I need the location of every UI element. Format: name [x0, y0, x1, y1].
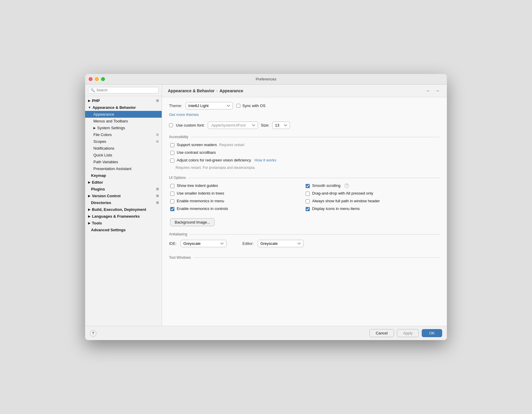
- mnemonics-menu-label[interactable]: Enable mnemonics in menu: [177, 199, 224, 203]
- smooth-scrolling-checkbox[interactable]: [306, 184, 310, 188]
- chevron-down-icon: ▼: [88, 106, 91, 109]
- display-icons-checkbox[interactable]: [306, 207, 310, 211]
- sidebar-item-build-exec-deploy[interactable]: ▶ Build, Execution, Deployment: [85, 206, 162, 213]
- editor-aa-select[interactable]: Greyscale: [258, 240, 304, 247]
- color-deficiency-checkbox[interactable]: [170, 159, 174, 163]
- smaller-indents-checkbox[interactable]: [170, 192, 174, 196]
- tool-windows-title: Tool Windows: [169, 255, 440, 260]
- sidebar-item-appearance[interactable]: Appearance: [85, 111, 162, 118]
- custom-font-label[interactable]: Use custom font:: [176, 123, 205, 127]
- drag-drop-alt-checkbox[interactable]: [306, 192, 310, 196]
- forward-button[interactable]: →: [434, 88, 441, 94]
- breadcrumb: Appearance & Behavior › Appearance: [168, 88, 425, 93]
- background-image-button[interactable]: Background Image...: [170, 218, 215, 226]
- apply-button[interactable]: Apply: [397, 329, 419, 337]
- sidebar-item-tools[interactable]: ▶ Tools: [85, 220, 162, 227]
- ide-aa-select[interactable]: Greyscale: [181, 240, 226, 247]
- drag-drop-alt-row: Drag-and-drop with Alt pressed only: [304, 191, 440, 196]
- search-input[interactable]: [96, 88, 156, 92]
- screen-readers-label[interactable]: Support screen readers: [177, 143, 217, 147]
- background-image-wrapper: Background Image...: [169, 216, 440, 226]
- sidebar-item-file-colors[interactable]: File Colors ⊞: [85, 131, 162, 138]
- color-deficiency-label[interactable]: Adjust colors for red-green vision defic…: [177, 158, 251, 162]
- help-button[interactable]: ?: [90, 330, 96, 337]
- contrast-scrollbars-label[interactable]: Use contrast scrollbars: [177, 150, 216, 155]
- contrast-scrollbars-row: Use contrast scrollbars: [169, 150, 440, 155]
- panel-content: Theme: IntelliJ Light Sync with OS Get m…: [162, 97, 447, 326]
- sidebar-item-version-control[interactable]: ▶ Version Control ⊞: [85, 193, 162, 199]
- how-it-works-link[interactable]: How it works: [254, 158, 276, 162]
- sync-os-checkbox[interactable]: [236, 104, 240, 108]
- sidebar-item-php[interactable]: ▶ PHP ⊞: [85, 97, 162, 104]
- sidebar-item-editor[interactable]: ▶ Editor: [85, 179, 162, 186]
- ui-options-grid: Show tree indent guides Use smaller inde…: [169, 183, 440, 214]
- sidebar-item-notifications[interactable]: Notifications: [85, 145, 162, 152]
- sidebar-item-label: System Settings: [97, 126, 125, 130]
- antialiasing-title: Antialiasing: [169, 232, 440, 236]
- mnemonics-menu-checkbox[interactable]: [170, 199, 174, 203]
- sidebar-item-advanced-settings[interactable]: Advanced Settings: [85, 227, 162, 233]
- minimize-button[interactable]: [95, 77, 99, 81]
- back-button[interactable]: ←: [425, 88, 432, 94]
- contrast-scrollbars-checkbox[interactable]: [170, 151, 174, 155]
- sidebar-item-quick-lists[interactable]: Quick Lists: [85, 152, 162, 159]
- sidebar-item-presentation-assistant[interactable]: Presentation Assistant: [85, 165, 162, 172]
- tree-indent-row: Show tree indent guides: [169, 183, 304, 188]
- size-select[interactable]: 13: [272, 122, 290, 129]
- full-path-checkbox[interactable]: [306, 199, 310, 203]
- mnemonics-controls-row: Enable mnemonics in controls: [169, 206, 304, 211]
- maximize-button[interactable]: [101, 77, 105, 81]
- mnemonics-controls-checkbox[interactable]: [170, 207, 174, 211]
- search-wrapper[interactable]: 🔍: [88, 87, 159, 93]
- sidebar-item-languages-frameworks[interactable]: ▶ Languages & Frameworks: [85, 213, 162, 220]
- ok-button[interactable]: OK: [422, 329, 442, 337]
- mnemonics-menu-row: Enable mnemonics in menu: [169, 199, 304, 203]
- get-more-themes-link[interactable]: Get more themes: [169, 112, 440, 117]
- sidebar-item-scopes[interactable]: Scopes ⊞: [85, 138, 162, 145]
- editor-aa-label: Editor:: [242, 241, 254, 246]
- sidebar-item-appearance-behavior[interactable]: ▼ Appearance & Behavior: [85, 104, 162, 111]
- smooth-scrolling-help-icon[interactable]: ?: [344, 183, 349, 188]
- sidebar-item-system-settings[interactable]: ▶ System Settings: [85, 124, 162, 131]
- font-select[interactable]: .AppleSystemUIFont: [208, 122, 258, 129]
- color-deficiency-note: Requires restart. For protanopia and deu…: [176, 166, 440, 170]
- custom-font-checkbox[interactable]: [169, 123, 173, 127]
- screen-readers-checkbox[interactable]: [170, 143, 174, 147]
- theme-select[interactable]: IntelliJ Light: [186, 102, 233, 109]
- sidebar-item-plugins[interactable]: Plugins ⊞: [85, 186, 162, 193]
- sidebar-item-path-variables[interactable]: Path Variables: [85, 159, 162, 165]
- breadcrumb-current: Appearance: [220, 88, 243, 93]
- sidebar-item-keymap[interactable]: Keymap: [85, 172, 162, 179]
- display-icons-label[interactable]: Display icons in menu items: [312, 206, 360, 211]
- tree-indent-checkbox[interactable]: [170, 184, 174, 188]
- custom-font-row: Use custom font: .AppleSystemUIFont Size…: [169, 122, 440, 129]
- settings-icon: ⊞: [156, 99, 159, 103]
- size-label: Size:: [261, 123, 270, 127]
- smooth-scrolling-label[interactable]: Smooth scrolling: [312, 183, 340, 188]
- window-controls: [89, 77, 105, 81]
- smooth-scrolling-row: Smooth scrolling ?: [304, 183, 440, 188]
- smaller-indents-label[interactable]: Use smaller indents in trees: [177, 191, 224, 195]
- screen-readers-content: Support screen readers Requires restart: [177, 143, 244, 147]
- mnemonics-controls-label[interactable]: Enable mnemonics in controls: [177, 206, 228, 211]
- chevron-right-icon: ▶: [88, 208, 90, 211]
- titlebar: Preferences: [85, 74, 447, 85]
- tree-indent-label[interactable]: Show tree indent guides: [177, 183, 218, 188]
- drag-drop-alt-label[interactable]: Drag-and-drop with Alt pressed only: [312, 191, 373, 195]
- settings-icon: ⊞: [156, 194, 159, 198]
- screen-readers-row: Support screen readers Requires restart: [169, 143, 440, 147]
- sidebar-item-directories[interactable]: Directories ⊞: [85, 199, 162, 206]
- window-title: Preferences: [256, 77, 276, 81]
- sync-row: Sync with OS: [236, 104, 265, 108]
- sidebar-item-menus-toolbars[interactable]: Menus and Toolbars: [85, 118, 162, 124]
- sidebar-nav: ▶ PHP ⊞ ▼ Appearance & Behavior Appearan…: [85, 96, 162, 324]
- sync-os-label[interactable]: Sync with OS: [242, 104, 265, 108]
- close-button[interactable]: [89, 77, 93, 81]
- settings-icon: ⊞: [156, 133, 159, 137]
- full-path-label[interactable]: Always show full path in window header: [312, 199, 380, 203]
- antialiasing-section: Antialiasing: [169, 232, 440, 236]
- settings-icon: ⊞: [156, 140, 159, 143]
- sidebar-item-label: Plugins: [91, 187, 105, 191]
- sidebar-item-label: Appearance: [93, 112, 114, 117]
- cancel-button[interactable]: Cancel: [369, 329, 394, 337]
